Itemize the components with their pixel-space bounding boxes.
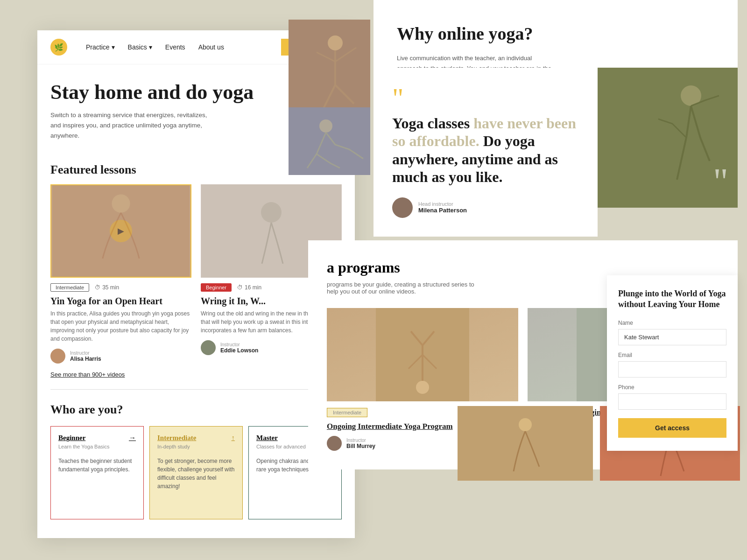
svg-point-1: [112, 195, 130, 213]
quote-mark: ": [392, 91, 579, 105]
form-name-input[interactable]: [618, 329, 726, 345]
program-instructor-info-1: Instructor Bill Murrey: [346, 438, 375, 449]
instructor-avatar-1: [50, 349, 65, 364]
instructor-name-2: Eddie Lowson: [220, 347, 258, 354]
arrow-icon-intermediate: ↑: [232, 434, 235, 442]
svg-point-3: [261, 202, 282, 223]
program-instructor-avatar-1: [327, 436, 342, 451]
programs-title: a programs: [327, 259, 719, 276]
who-card-beginner-title: Beginner →: [58, 434, 136, 442]
quote-section: " Yoga classes have never been so afford…: [374, 68, 598, 237]
see-more-link[interactable]: See more than 900+ videos: [37, 364, 355, 378]
form-name-label: Name: [618, 320, 726, 326]
lesson-badge-2: Beginner: [201, 283, 232, 292]
form-email-label: Email: [618, 352, 726, 358]
who-card-beginner-desc: Teaches the beginner student fundamental…: [58, 457, 136, 474]
logo-icon: 🌿: [54, 43, 63, 52]
featured-title: Featured lessons: [50, 163, 136, 177]
svg-point-16: [416, 381, 429, 394]
who-cards: Beginner → Learn the Yoga Basics Teaches…: [50, 426, 342, 519]
nav-item-events[interactable]: Events: [165, 43, 185, 51]
nav-item-practice[interactable]: Practice ▾: [86, 43, 115, 51]
program-badge-1: Intermediate: [327, 408, 367, 417]
instructor-label-2: Instructor: [220, 342, 258, 347]
nav-item-basics[interactable]: Basics ▾: [128, 43, 152, 51]
yoga-image-downdog: [289, 107, 370, 175]
form-phone-label: Phone: [618, 384, 726, 391]
lesson-duration-2: ⏱ 16 min: [237, 284, 261, 291]
nav-item-about[interactable]: About us: [198, 43, 224, 51]
instructor-row-1: Instructor Alisa Harris: [50, 349, 191, 364]
lesson-duration-1: ⏱ 35 min: [95, 284, 119, 291]
lesson-meta-1: Intermediate ⏱ 35 min: [50, 283, 191, 292]
svg-rect-13: [598, 68, 738, 208]
quote-author-avatar: [392, 197, 413, 218]
svg-point-12: [319, 119, 332, 133]
lesson-badge-1: Intermediate: [50, 283, 89, 292]
form-submit-button[interactable]: Get access: [618, 418, 726, 438]
form-phone-input[interactable]: [618, 393, 726, 410]
form-section: Plunge into the World of Yoga without Le…: [607, 275, 738, 451]
who-card-intermediate-title: Intermediate ↑: [157, 434, 235, 442]
instructor-info-2: Instructor Eddie Lowson: [220, 342, 258, 354]
svg-rect-11: [289, 107, 370, 175]
who-card-beginner[interactable]: Beginner → Learn the Yoga Basics Teaches…: [50, 426, 144, 519]
lesson-card-1: ▶ Intermediate ⏱ 35 min Yin Yoga for an …: [50, 184, 201, 364]
clock-icon-2: ⏱: [237, 284, 243, 291]
yoga-lady-image: [598, 68, 738, 208]
program-instructor-name-1: Bill Murrey: [346, 443, 375, 449]
chevron-down-icon: ▾: [149, 43, 152, 51]
svg-point-5: [328, 35, 343, 50]
arrow-icon-beginner: →: [129, 434, 136, 442]
who-card-beginner-sub: Learn the Yoga Basics: [58, 444, 136, 449]
who-card-intermediate[interactable]: Intermediate ↑ In-depth study To get str…: [149, 426, 243, 519]
who-card-intermediate-desc: To get stronger, become more flexible, c…: [157, 457, 235, 490]
lesson-name-1: Yin Yoga for an Open Heart: [50, 295, 191, 307]
who-section: Who are you? Beginner → Learn the Yoga B…: [37, 390, 355, 519]
lesson-thumb-1[interactable]: ▶: [50, 184, 191, 278]
program-instructor-label-1: Instructor: [346, 438, 375, 443]
form-email-input[interactable]: [618, 361, 726, 378]
programs-desc: programs be your guide, creating a struc…: [327, 281, 486, 295]
instructor-name-1: Alisa Harris: [70, 356, 101, 362]
bottom-yoga-image-1: [458, 406, 593, 481]
hero-subtitle: Switch to a streaming service that energ…: [50, 110, 209, 140]
quote-author-name: Milena Patterson: [418, 207, 467, 214]
logo[interactable]: 🌿: [50, 39, 67, 56]
quote-author-info: Head instructor Milena Patterson: [418, 201, 467, 214]
quote-author: Head instructor Milena Patterson: [392, 197, 579, 218]
svg-rect-24: [458, 406, 593, 481]
quote-text: Yoga classes have never been so affordab…: [392, 114, 579, 186]
clock-icon: ⏱: [95, 284, 100, 291]
lessons-grid: ▶ Intermediate ⏱ 35 min Yin Yoga for an …: [37, 184, 355, 364]
chevron-down-icon: ▾: [112, 43, 115, 51]
why-title: Why online yoga?: [397, 23, 714, 44]
program-thumb-1: [327, 308, 518, 401]
lesson-desc-1: In this practice, Alisa guides you throu…: [50, 309, 191, 343]
who-title: Who are you?: [50, 403, 342, 417]
quote-text-part1: Yoga classes: [392, 115, 473, 132]
instructor-avatar-2: [201, 340, 216, 355]
svg-point-25: [519, 418, 532, 431]
quote-author-role: Head instructor: [418, 201, 467, 207]
instructor-info-1: Instructor Alisa Harris: [70, 350, 101, 362]
instructor-label-1: Instructor: [70, 350, 101, 356]
who-card-intermediate-sub: In-depth study: [157, 444, 235, 449]
nav-links: Practice ▾ Basics ▾ Events About us: [86, 43, 266, 51]
form-title: Plunge into the World of Yoga without Le…: [618, 288, 726, 310]
